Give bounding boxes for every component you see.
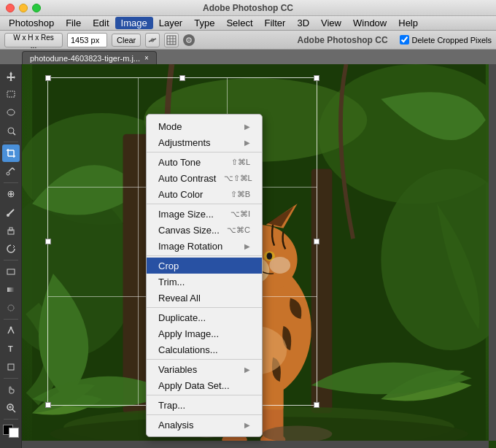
pen-tool-button[interactable] — [2, 322, 20, 339]
tool-divider-5 — [4, 378, 18, 379]
menu-analysis-arrow: ▶ — [244, 421, 250, 429]
svg-point-57 — [269, 257, 290, 274]
window-title: Adobe Photoshop CC — [203, 3, 293, 13]
horizontal-scrollbar[interactable] — [22, 441, 489, 448]
menu-trim[interactable]: Trim... — [147, 274, 262, 290]
menu-apply-data-set[interactable]: Apply Data Set... — [147, 377, 262, 393]
menu-variables-arrow: ▶ — [244, 366, 250, 374]
tool-divider-6 — [4, 419, 18, 420]
stamp-tool-button[interactable] — [2, 222, 20, 239]
healing-tool-button[interactable] — [2, 185, 20, 203]
straighten-icon — [147, 35, 158, 45]
svg-marker-9 — [7, 72, 15, 81]
move-tool-button[interactable] — [2, 67, 20, 85]
menu-image[interactable]: Image — [115, 17, 153, 29]
foreground-background-colors[interactable] — [3, 425, 19, 438]
canvas-area[interactable]: Mode ▶ Adjustments ▶ Auto Tone ⇧⌘L Auto … — [22, 64, 496, 448]
menu-mode[interactable]: Mode ▶ — [147, 118, 262, 134]
menu-window[interactable]: Window — [347, 17, 392, 29]
history-tool-button[interactable] — [2, 240, 20, 258]
menu-section-3: Image Size... ⌥⌘I Canvas Size... ⌥⌘C Ima… — [147, 204, 262, 256]
menu-trap[interactable]: Trap... — [147, 397, 262, 413]
svg-rect-65 — [261, 382, 284, 409]
menu-photoshop[interactable]: Photoshop — [3, 17, 60, 29]
menu-calculations[interactable]: Calculations... — [147, 341, 262, 358]
vertical-scrollbar[interactable] — [489, 64, 496, 441]
svg-point-20 — [7, 172, 9, 175]
brush-tool-button[interactable] — [2, 204, 20, 221]
ratio-selector[interactable]: W x H x Res ... — [4, 33, 63, 47]
quick-select-button[interactable] — [2, 122, 20, 139]
minimize-button[interactable] — [19, 4, 28, 12]
menu-canvas-size[interactable]: Canvas Size... ⌥⌘C — [147, 222, 262, 238]
menu-adjustments-arrow: ▶ — [244, 139, 250, 147]
menu-auto-tone[interactable]: Auto Tone ⇧⌘L — [147, 154, 262, 170]
hand-tool-button[interactable] — [2, 381, 20, 398]
menu-layer[interactable]: Layer — [153, 17, 189, 29]
menu-reveal-all[interactable]: Reveal All — [147, 290, 262, 306]
eyedropper-tool-button[interactable] — [2, 163, 20, 180]
zoom-tool-button[interactable] — [2, 399, 20, 417]
menu-rotation-arrow: ▶ — [244, 242, 250, 250]
menu-auto-contrast[interactable]: Auto Contrast ⌥⇧⌘L — [147, 170, 262, 186]
menu-section-8: Analysis ▶ — [147, 415, 262, 434]
marquee-tool-button[interactable] — [2, 85, 20, 103]
menu-file[interactable]: File — [60, 17, 87, 29]
eraser-tool-button[interactable] — [2, 263, 20, 280]
type-tool-button[interactable]: T — [2, 340, 20, 358]
menu-analysis[interactable]: Analysis ▶ — [147, 417, 262, 433]
menu-section-5: Duplicate... Apply Image... Calculations… — [147, 308, 262, 360]
menu-image-rotation[interactable]: Image Rotation ▶ — [147, 238, 262, 254]
tab-close-button[interactable]: × — [144, 54, 149, 62]
svg-line-18 — [12, 168, 15, 170]
svg-point-31 — [9, 327, 12, 329]
background-color[interactable] — [9, 428, 19, 438]
shape-tool-button[interactable] — [2, 358, 20, 376]
blur-tool-button[interactable] — [2, 299, 20, 317]
image-menu-dropdown: Mode ▶ Adjustments ▶ Auto Tone ⇧⌘L Auto … — [146, 114, 263, 437]
menu-apply-image[interactable]: Apply Image... — [147, 325, 262, 341]
svg-point-70 — [263, 425, 333, 442]
svg-point-25 — [7, 214, 9, 217]
tool-divider-1 — [4, 142, 18, 142]
gradient-tool-button[interactable] — [2, 281, 20, 298]
lasso-tool-button[interactable] — [2, 104, 20, 121]
close-button[interactable] — [6, 4, 15, 12]
menu-auto-color[interactable]: Auto Color ⇧⌘B — [147, 186, 262, 202]
toolbar: T — [0, 64, 22, 448]
settings-button[interactable] — [183, 34, 195, 46]
menu-select[interactable]: Select — [220, 17, 258, 29]
menu-help[interactable]: Help — [392, 17, 424, 29]
svg-rect-2 — [167, 36, 176, 45]
delete-cropped-checkbox[interactable] — [400, 35, 409, 45]
menu-3d[interactable]: 3D — [291, 17, 315, 29]
crop-tool-button[interactable] — [2, 144, 20, 162]
menu-section-1: Mode ▶ Adjustments ▶ — [147, 117, 262, 152]
svg-point-12 — [8, 128, 14, 134]
clear-button[interactable]: Clear — [112, 34, 141, 47]
dimension-input[interactable] — [67, 33, 107, 47]
menu-type[interactable]: Type — [188, 17, 220, 29]
menu-variables[interactable]: Variables ▶ — [147, 361, 262, 377]
svg-rect-29 — [7, 287, 15, 292]
document-tab[interactable]: photodune-4603823-tiger-m.j... × — [22, 51, 157, 64]
menu-adjustments[interactable]: Adjustments ▶ — [147, 134, 262, 150]
menu-filter[interactable]: Filter — [259, 17, 292, 29]
menu-section-6: Variables ▶ Apply Data Set... — [147, 360, 262, 395]
menu-duplicate[interactable]: Duplicate... — [147, 309, 262, 325]
svg-line-13 — [13, 133, 15, 135]
maximize-button[interactable] — [32, 4, 41, 12]
svg-point-11 — [7, 109, 15, 115]
menu-crop[interactable]: Crop — [147, 258, 262, 274]
traffic-lights — [6, 4, 41, 12]
svg-line-19 — [9, 168, 12, 171]
grid-icon — [166, 35, 177, 45]
grid-overlay-button[interactable] — [164, 33, 179, 47]
menu-edit[interactable]: Edit — [87, 17, 115, 29]
svg-rect-28 — [7, 269, 15, 274]
menu-image-size[interactable]: Image Size... ⌥⌘I — [147, 206, 262, 222]
tab-label: photodune-4603823-tiger-m.j... — [30, 54, 140, 63]
straighten-button[interactable] — [145, 33, 160, 47]
menu-view[interactable]: View — [315, 17, 347, 29]
svg-text:T: T — [8, 344, 13, 353]
